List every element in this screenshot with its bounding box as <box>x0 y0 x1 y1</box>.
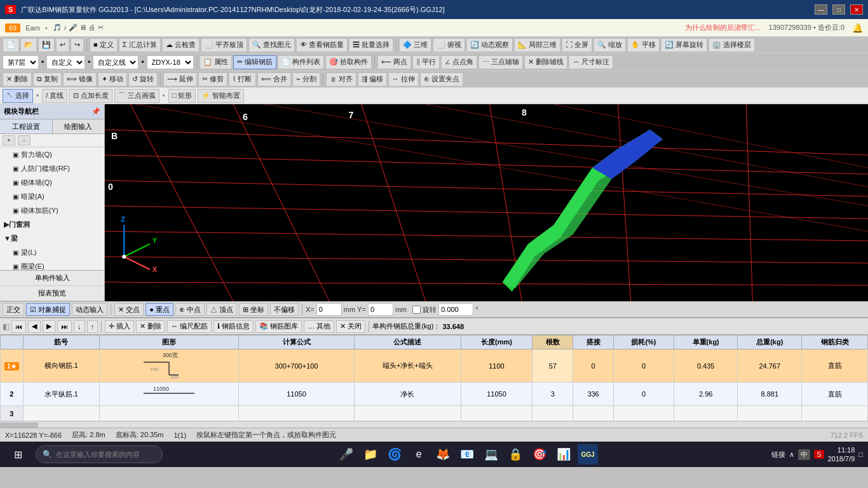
pick-component-button[interactable]: 🎯 拾取构件 <box>325 55 372 69</box>
table-row[interactable]: 1★ 横向钢筋.1 300宽 700 <box>1 349 868 383</box>
sidebar-item-masonry-wall[interactable]: ▣ 砌体墙(Q) <box>0 175 104 189</box>
col-formula[interactable]: 计算公式 <box>238 336 354 349</box>
rebar-formula-2[interactable]: 11050 <box>238 383 354 406</box>
sidebar-item-masonry-rebar[interactable]: ▣ 砌体加筋(Y) <box>0 203 104 217</box>
define-button[interactable]: ■ 定义 <box>90 38 118 52</box>
sidebar-item-lintel[interactable]: ▣ 暗梁(A) <box>0 189 104 203</box>
line-tool-button[interactable]: / 直线 <box>42 89 67 103</box>
rebar-length-1[interactable]: 1100 <box>461 349 532 383</box>
col-category[interactable]: 钢筋归类 <box>802 336 868 349</box>
search-box[interactable]: 🔍 在这里输入你要搜索的内容 <box>36 445 163 463</box>
taskbar-icon-ggj[interactable]: GGJ <box>578 444 598 464</box>
taskbar-icon-target[interactable]: 🎯 <box>529 444 550 464</box>
angle-button[interactable]: ∠ 点点角 <box>441 55 477 69</box>
calc-button[interactable]: Σ 汇总计算 <box>119 38 161 52</box>
sidebar-item-beam[interactable]: ▣ 梁(L) <box>0 245 104 259</box>
rebar-overlap-1[interactable]: 0 <box>573 349 614 383</box>
rebar-name-1[interactable]: 横向钢筋.1 <box>23 349 100 383</box>
extend-button[interactable]: ⟶ 延伸 <box>163 72 197 86</box>
level-top-button[interactable]: ⬜ 平齐板顶 <box>201 38 247 52</box>
sidebar-group-doors[interactable]: ▶ 门窗洞 <box>0 217 104 231</box>
find-element-button[interactable]: 🔍 查找图元 <box>248 38 295 52</box>
parallel-button[interactable]: ∥ 平行 <box>412 55 440 69</box>
rebar-library-button[interactable]: 📚 钢筋图库 <box>255 320 302 333</box>
col-length[interactable]: 长度(mm) <box>461 336 532 349</box>
rebar-loss-1[interactable]: 0 <box>613 349 674 383</box>
local-3d-button[interactable]: 📐 局部三维 <box>514 38 560 52</box>
taskbar-icon-browser2[interactable]: 🦊 <box>433 444 453 464</box>
snap-button[interactable]: ☑ 对象捕捉 <box>26 303 70 316</box>
sidebar-item-civil-wall[interactable]: ▣ 人防门槛墙(RF) <box>0 161 104 175</box>
nav-first-button[interactable]: ⏮ <box>11 320 26 333</box>
rebar-formula-1[interactable]: 300+700+100 <box>238 349 354 383</box>
maximize-button[interactable]: □ <box>832 4 845 15</box>
zoom-button[interactable]: 🔍 缩放 <box>593 38 626 52</box>
cloud-check-button[interactable]: ☁ 云检查 <box>162 38 200 52</box>
rebar-unit-1[interactable]: 0.435 <box>674 349 738 383</box>
col-loss[interactable]: 损耗(%) <box>613 336 674 349</box>
taskbar-icon-security[interactable]: 🔒 <box>505 444 526 464</box>
sidebar-item-shear-wall[interactable]: ▣ 剪力墙(Q) <box>0 147 104 161</box>
grip-button[interactable]: ⊕ 设置夹点 <box>420 72 463 86</box>
mirror-button[interactable]: ⟺ 镜像 <box>63 72 97 86</box>
delete-axis-button[interactable]: ✕ 删除辅线 <box>524 55 567 69</box>
rebar-count-2[interactable]: 3 <box>532 383 573 406</box>
rebar-overlap-2[interactable]: 336 <box>573 383 614 406</box>
taskbar-icon-ie[interactable]: e <box>409 444 429 464</box>
offset-button[interactable]: ⇶ 偏移 <box>358 72 387 86</box>
pan-button[interactable]: ✋ 平移 <box>627 38 660 52</box>
midpoint-heavy-button[interactable]: ● 重点 <box>146 303 173 316</box>
dim-label-button[interactable]: ↔ 尺寸标注 <box>569 55 613 69</box>
table-row[interactable]: 3 <box>1 406 868 421</box>
x-input[interactable] <box>316 303 342 316</box>
sidebar-item-circle-beam[interactable]: ▣ 圈梁(E) <box>0 259 104 270</box>
minimize-button[interactable]: — <box>815 4 827 15</box>
taskbar-icon-mic[interactable]: 🎤 <box>336 444 356 464</box>
scrollbar-thumb[interactable] <box>0 423 38 428</box>
batch-select-button[interactable]: ☰ 批量选择 <box>349 38 393 52</box>
rebar-area-indicator[interactable]: ◧ <box>3 322 10 331</box>
tray-ime[interactable]: S <box>814 450 824 459</box>
delete-rebar-button[interactable]: ✕ 删除 <box>136 320 165 333</box>
three-point-axis-button[interactable]: ⋯ 三点辅轴 <box>478 55 523 69</box>
rebar-desc-2[interactable]: 净长 <box>355 383 461 406</box>
dynamic-observe-button[interactable]: 🔄 动态观察 <box>466 38 513 52</box>
midpoint-button[interactable]: ⊕ 中点 <box>175 303 205 316</box>
select-tool-button[interactable]: ↖ 选择 <box>3 89 33 103</box>
smart-layout-button[interactable]: ⚡ 智能布置 <box>198 89 244 103</box>
rebar-unit-2[interactable]: 2.96 <box>674 383 738 406</box>
taskbar-icon-computer[interactable]: 💻 <box>481 444 501 464</box>
notif-right[interactable]: 为什么绘制的后浇带汇... <box>685 23 761 32</box>
col-count[interactable]: 根数 <box>532 336 573 349</box>
insert-rebar-button[interactable]: ✛ 插入 <box>105 320 134 333</box>
undo-button[interactable]: ↩ <box>56 38 69 52</box>
expand-all-btn[interactable]: + <box>3 135 15 146</box>
rebar-table-container[interactable]: 筋号 图形 计算公式 公式描述 长度(mm) 根数 搭接 损耗(%) 单重(kg… <box>0 335 868 421</box>
table-row[interactable]: 2 水平纵筋.1 11050 11050 净长 11050 3 336 0 <box>1 383 868 406</box>
redo-button[interactable]: ↪ <box>71 38 84 52</box>
sidebar-pin[interactable]: 📌 <box>92 107 100 116</box>
taskbar-icon-files[interactable]: 📁 <box>360 444 381 464</box>
rotate-checkbox[interactable] <box>412 306 421 314</box>
taskbar-icon-mail[interactable]: 📧 <box>457 444 477 464</box>
rebar-length-2[interactable]: 11050 <box>461 383 532 406</box>
col-shape[interactable]: 图形 <box>100 336 239 349</box>
save-button[interactable]: 💾 <box>38 38 55 52</box>
horizontal-scrollbar[interactable] <box>0 421 868 428</box>
rebar-name-2[interactable]: 水平纵筋.1 <box>23 383 100 406</box>
floor-select[interactable]: 第7层 <box>3 55 39 69</box>
tab-project-settings[interactable]: 工程设置 <box>0 119 53 133</box>
close-rebar-button[interactable]: ✕ 关闭 <box>336 320 365 333</box>
rect-button[interactable]: □ 矩形 <box>168 89 196 103</box>
taskbar-icon-docs[interactable]: 📊 <box>553 444 574 464</box>
rotate-button[interactable]: ↺ 旋转 <box>128 72 158 86</box>
scale-config-button[interactable]: ↔ 编尺配筋 <box>167 320 212 333</box>
rebar-total-1[interactable]: 24.767 <box>738 349 802 383</box>
merge-button[interactable]: ⟸ 合并 <box>257 72 291 86</box>
rotate-input[interactable] <box>438 303 473 316</box>
close-button[interactable]: ✕ <box>850 4 863 15</box>
rebar-cat-1[interactable]: 直筋 <box>802 349 868 383</box>
viewport-3d[interactable]: 6 7 8 B 0 Z Y X <box>105 104 868 301</box>
screen-rotate-button[interactable]: 🔄 屏幕旋转 <box>661 38 707 52</box>
nav-prev-button[interactable]: ◀ <box>28 320 41 333</box>
